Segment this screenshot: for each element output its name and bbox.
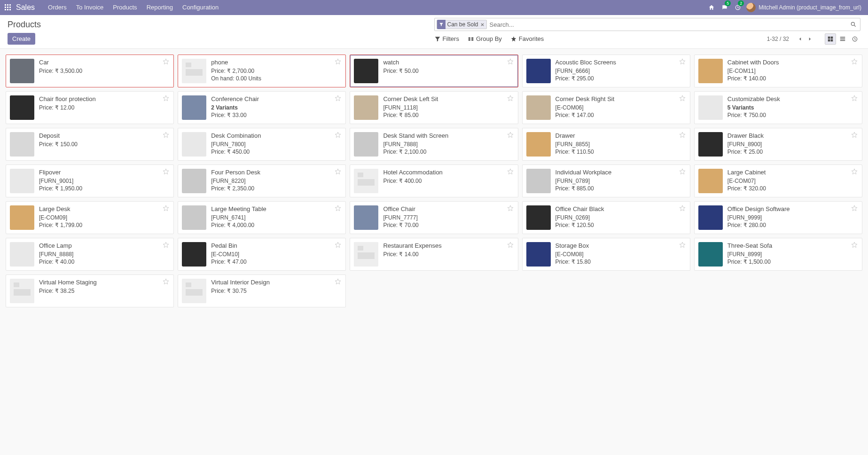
favorite-star-icon[interactable]: [334, 204, 342, 212]
favorite-star-icon[interactable]: [851, 168, 858, 175]
product-card[interactable]: Virtual Home StagingPrice: ₹ 38.25: [6, 275, 174, 307]
search-input[interactable]: [490, 19, 849, 30]
favorite-star-icon[interactable]: [679, 131, 686, 139]
product-card[interactable]: Three-Seat Sofa[FURN_8999]Price: ₹ 1,500…: [694, 238, 862, 271]
favorite-star-icon[interactable]: [851, 204, 858, 212]
favorite-star-icon[interactable]: [679, 241, 686, 249]
favorite-star-icon[interactable]: [162, 241, 170, 249]
product-card[interactable]: Individual Workplace[FURN_0789]Price: ₹ …: [522, 165, 690, 197]
product-card[interactable]: Drawer[FURN_8855]Price: ₹ 110.50: [522, 128, 690, 161]
filters-menu[interactable]: Filters: [434, 35, 459, 42]
product-card[interactable]: Office Lamp[FURN_8888]Price: ₹ 40.00: [6, 238, 174, 271]
nav-orders[interactable]: Orders: [43, 0, 71, 15]
favorite-star-icon[interactable]: [851, 131, 858, 139]
product-price: Price: ₹ 40.00: [39, 259, 170, 265]
product-card[interactable]: Hotel AccommodationPrice: ₹ 400.00: [350, 165, 518, 197]
favorites-menu[interactable]: Favorites: [510, 35, 544, 42]
product-content: Cabinet with Doors[E-COM11]Price: ₹ 140.…: [727, 59, 858, 83]
favorite-star-icon[interactable]: [507, 168, 514, 175]
favorite-star-icon[interactable]: [679, 204, 686, 212]
favorite-star-icon[interactable]: [507, 94, 514, 102]
user-menu[interactable]: Mitchell Admin (product_image_from_url): [759, 4, 864, 11]
svg-rect-3: [5, 7, 6, 8]
product-card[interactable]: Office Chair Black[FURN_0269]Price: ₹ 12…: [522, 201, 690, 234]
view-kanban-button[interactable]: [825, 33, 836, 45]
product-card[interactable]: Large Desk[E-COM09]Price: ₹ 1,799.00: [6, 201, 174, 234]
product-card[interactable]: phonePrice: ₹ 2,700.00On hand: 0.00 Unit…: [178, 55, 346, 87]
product-card[interactable]: Large Cabinet[E-COM07]Price: ₹ 320.00: [694, 165, 862, 197]
product-thumbnail: [526, 95, 551, 120]
product-card[interactable]: Cabinet with Doors[E-COM11]Price: ₹ 140.…: [694, 55, 862, 87]
nav-configuration[interactable]: Configuration: [178, 0, 223, 15]
favorite-star-icon[interactable]: [334, 168, 342, 175]
groupby-menu[interactable]: Group By: [468, 35, 502, 42]
favorite-star-icon[interactable]: [679, 58, 686, 65]
search-icon[interactable]: [849, 21, 858, 28]
messaging-icon[interactable]: 5: [718, 0, 731, 15]
product-card[interactable]: DepositPrice: ₹ 150.00: [6, 128, 174, 161]
favorite-star-icon[interactable]: [851, 94, 858, 102]
product-card[interactable]: Storage Box[E-COM08]Price: ₹ 15.80: [522, 238, 690, 271]
product-sku: [FURN_0269]: [555, 214, 686, 221]
product-card[interactable]: Restaurant ExpensesPrice: ₹ 14.00: [350, 238, 518, 271]
product-card[interactable]: Acoustic Bloc Screens[FURN_6666]Price: ₹…: [522, 55, 690, 87]
home-icon[interactable]: [705, 0, 718, 15]
product-card[interactable]: Large Meeting Table[FURN_6741]Price: ₹ 4…: [178, 201, 346, 234]
view-activity-button[interactable]: [849, 33, 860, 45]
favorite-star-icon[interactable]: [851, 58, 858, 65]
product-card[interactable]: CarPrice: ₹ 3,500.00: [6, 55, 174, 87]
view-list-button[interactable]: [837, 33, 848, 45]
favorite-star-icon[interactable]: [334, 58, 342, 65]
favorite-star-icon[interactable]: [679, 168, 686, 175]
pager-prev[interactable]: [796, 34, 805, 44]
favorite-star-icon[interactable]: [507, 58, 514, 65]
favorite-star-icon[interactable]: [162, 131, 170, 139]
product-card[interactable]: Virtual Interior DesignPrice: ₹ 30.75: [178, 275, 346, 307]
product-card[interactable]: Desk Combination[FURN_7800]Price: ₹ 450.…: [178, 128, 346, 161]
favorite-star-icon[interactable]: [162, 58, 170, 65]
favorite-star-icon[interactable]: [334, 131, 342, 139]
favorite-star-icon[interactable]: [334, 241, 342, 249]
create-button[interactable]: Create: [8, 33, 35, 45]
remove-tag-icon[interactable]: [480, 23, 485, 27]
svg-rect-17: [840, 40, 845, 41]
pager-next[interactable]: [805, 34, 814, 44]
favorite-star-icon[interactable]: [507, 131, 514, 139]
product-card[interactable]: Office Design Software[FURN_9999]Price: …: [694, 201, 862, 234]
favorite-star-icon[interactable]: [507, 204, 514, 212]
apps-icon[interactable]: [4, 3, 12, 12]
product-card[interactable]: Corner Desk Left Sit[FURN_1118]Price: ₹ …: [350, 91, 518, 124]
activities-icon[interactable]: 2: [731, 0, 744, 15]
nav-products[interactable]: Products: [108, 0, 141, 15]
favorite-star-icon[interactable]: [162, 204, 170, 212]
nav-reporting[interactable]: Reporting: [142, 0, 178, 15]
favorite-star-icon[interactable]: [507, 241, 514, 249]
product-card[interactable]: Four Person Desk[FURN_8220]Price: ₹ 2,35…: [178, 165, 346, 197]
favorite-star-icon[interactable]: [162, 168, 170, 175]
product-card[interactable]: Customizable Desk5 VariantsPrice: ₹ 750.…: [694, 91, 862, 124]
product-card[interactable]: Conference Chair2 VariantsPrice: ₹ 33.00: [178, 91, 346, 124]
favorite-star-icon[interactable]: [679, 94, 686, 102]
favorite-star-icon[interactable]: [162, 94, 170, 102]
product-sku: [E-COM06]: [555, 104, 686, 111]
product-card[interactable]: Desk Stand with Screen[FURN_7888]Price: …: [350, 128, 518, 161]
search-filter-tag[interactable]: Can be Sold: [437, 20, 487, 29]
product-card[interactable]: watchPrice: ₹ 50.00: [350, 55, 518, 87]
product-thumbnail: [526, 242, 551, 267]
user-avatar[interactable]: [746, 3, 756, 12]
pager-text[interactable]: 1-32 / 32: [767, 36, 789, 42]
product-card[interactable]: Office Chair[FURN_7777]Price: ₹ 70.00: [350, 201, 518, 234]
product-card[interactable]: Flipover[FURN_9001]Price: ₹ 1,950.00: [6, 165, 174, 197]
product-thumbnail: [354, 242, 378, 267]
favorite-star-icon[interactable]: [334, 278, 342, 285]
product-card[interactable]: Drawer Black[FURN_8900]Price: ₹ 25.00: [694, 128, 862, 161]
search-box[interactable]: Can be Sold: [434, 18, 861, 31]
nav-to-invoice[interactable]: To Invoice: [71, 0, 109, 15]
favorite-star-icon[interactable]: [334, 94, 342, 102]
product-card[interactable]: Corner Desk Right Sit[E-COM06]Price: ₹ 1…: [522, 91, 690, 124]
product-card[interactable]: Chair floor protectionPrice: ₹ 12.00: [6, 91, 174, 124]
product-card[interactable]: Pedal Bin[E-COM10]Price: ₹ 47.00: [178, 238, 346, 271]
brand-title[interactable]: Sales: [16, 3, 35, 12]
favorite-star-icon[interactable]: [851, 241, 858, 249]
favorite-star-icon[interactable]: [162, 278, 170, 285]
